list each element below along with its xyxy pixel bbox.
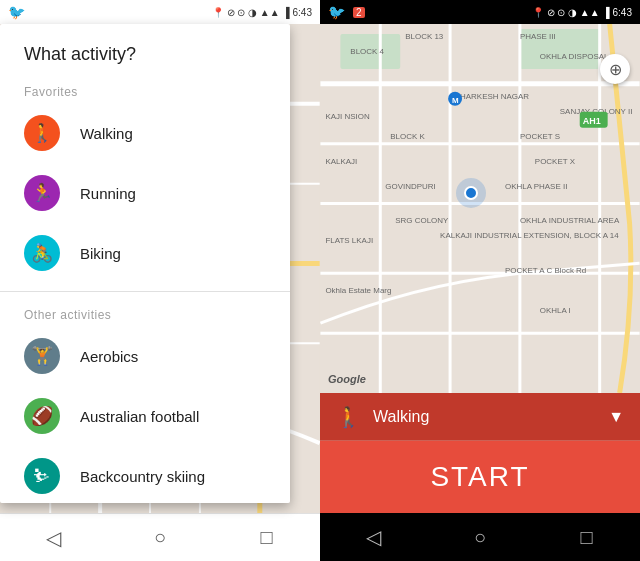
svg-text:OKHLA DISPOSAL: OKHLA DISPOSAL [540,52,609,61]
map-area: BLOCK 4 BLOCK 13 PHASE III OKHLA DISPOSA… [320,24,640,393]
svg-text:OKHLA I: OKHLA I [540,306,571,315]
start-button[interactable]: START [320,441,640,513]
time-right: 6:43 [613,7,632,18]
svg-text:FLATS LKAJI: FLATS LKAJI [325,236,373,245]
svg-rect-11 [320,24,639,393]
home-button-right[interactable]: ○ [450,513,510,561]
divider [0,291,290,292]
signal-icons-right: ⊘ ⊙ ◑ ▲▲ ▐ [547,7,610,18]
svg-text:OKHLA INDUSTRIAL AREA: OKHLA INDUSTRIAL AREA [520,216,620,225]
status-icons-left: 📍 ⊘ ⊙ ◑ ▲▲ ▐ 6:43 [212,7,312,18]
backcountry-skiing-icon: ⛷ [24,458,60,494]
selected-activity-label: Walking [373,408,608,426]
activity-item-backcountry-skiing[interactable]: ⛷ Backcountry skiing [0,446,290,503]
compass-button[interactable]: ⊕ [600,54,630,84]
australian-football-label: Australian football [80,408,199,425]
walking-label: Walking [80,125,133,142]
svg-text:HARKESH NAGAR: HARKESH NAGAR [460,92,529,101]
svg-text:AH1: AH1 [583,116,601,126]
running-label: Running [80,185,136,202]
dialog-title: What activity? [0,24,290,77]
running-icon: 🏃 [24,175,60,211]
activity-item-biking[interactable]: 🚴 Biking [0,223,290,283]
activity-select-bar[interactable]: 🚶 Walking ▼ [320,393,640,441]
activity-item-aerobics[interactable]: 🏋 Aerobics [0,326,290,386]
walking-icon: 🚶 [24,115,60,151]
back-button-right[interactable]: ◁ [343,513,403,561]
svg-text:BLOCK K: BLOCK K [390,132,425,141]
right-panel: 🐦 2 📍 ⊘ ⊙ ◑ ▲▲ ▐ 6:43 [320,0,640,561]
status-icons-right: 📍 ⊘ ⊙ ◑ ▲▲ ▐ 6:43 [532,7,632,18]
walk-icon: 🚶 [336,405,361,429]
svg-text:Okhla Estate Marg: Okhla Estate Marg [325,286,391,295]
time-left: 6:43 [293,7,312,18]
biking-label: Biking [80,245,121,262]
back-button-left[interactable]: ◁ [23,514,83,562]
google-logo: Google [328,373,366,385]
twitter-icon-right: 🐦 [328,4,345,20]
activity-item-australian-football[interactable]: 🏈 Australian football [0,386,290,446]
bottom-bar: 🚶 Walking ▼ START [320,393,640,513]
signal-icons: ⊘ ⊙ ◑ ▲▲ ▐ [227,7,290,18]
dropdown-arrow-icon: ▼ [608,408,624,426]
svg-text:KAJI NSION: KAJI NSION [325,112,370,121]
notification-badge: 2 [353,7,365,18]
australian-football-icon: 🏈 [24,398,60,434]
aerobics-label: Aerobics [80,348,138,365]
status-bar-left: 🐦 📍 ⊘ ⊙ ◑ ▲▲ ▐ 6:43 [0,0,320,24]
location-icon-right: 📍 [532,7,544,18]
favorites-label: Favorites [0,77,290,103]
svg-text:M: M [452,96,459,105]
svg-text:BLOCK 4: BLOCK 4 [350,47,384,56]
svg-text:KALKAJI INDUSTRIAL EXTENSION, : KALKAJI INDUSTRIAL EXTENSION, BLOCK A 14 [440,231,619,240]
svg-text:OKHLA PHASE II: OKHLA PHASE II [505,182,567,191]
nav-bar-left: ◁ ○ □ [0,513,320,561]
backcountry-skiing-label: Backcountry skiing [80,468,205,485]
left-panel: 🐦 📍 ⊘ ⊙ ◑ ▲▲ ▐ 6:43 What activity? Favor… [0,0,320,561]
svg-text:KALKAJI: KALKAJI [325,157,357,166]
activity-item-walking[interactable]: 🚶 Walking [0,103,290,163]
recents-button-right[interactable]: □ [557,513,617,561]
activity-item-running[interactable]: 🏃 Running [0,163,290,223]
svg-text:GOVINDPURI: GOVINDPURI [385,182,435,191]
twitter-icon: 🐦 [8,4,25,20]
other-activities-label: Other activities [0,300,290,326]
svg-text:SRG COLONY: SRG COLONY [395,216,449,225]
biking-icon: 🚴 [24,235,60,271]
activity-dialog: What activity? Favorites 🚶 Walking 🏃 Run… [0,24,290,503]
nav-bar-right: ◁ ○ □ [320,513,640,561]
svg-text:POCKET S: POCKET S [520,132,560,141]
svg-text:POCKET X: POCKET X [535,157,576,166]
location-icon: 📍 [212,7,224,18]
aerobics-icon: 🏋 [24,338,60,374]
svg-text:PHASE III: PHASE III [520,32,556,41]
recents-button-left[interactable]: □ [237,514,297,562]
status-bar-right: 🐦 2 📍 ⊘ ⊙ ◑ ▲▲ ▐ 6:43 [320,0,640,24]
home-button-left[interactable]: ○ [130,514,190,562]
start-label: START [430,461,529,493]
svg-text:BLOCK 13: BLOCK 13 [405,32,444,41]
svg-text:POCKET A  C Block Rd: POCKET A C Block Rd [505,266,586,275]
